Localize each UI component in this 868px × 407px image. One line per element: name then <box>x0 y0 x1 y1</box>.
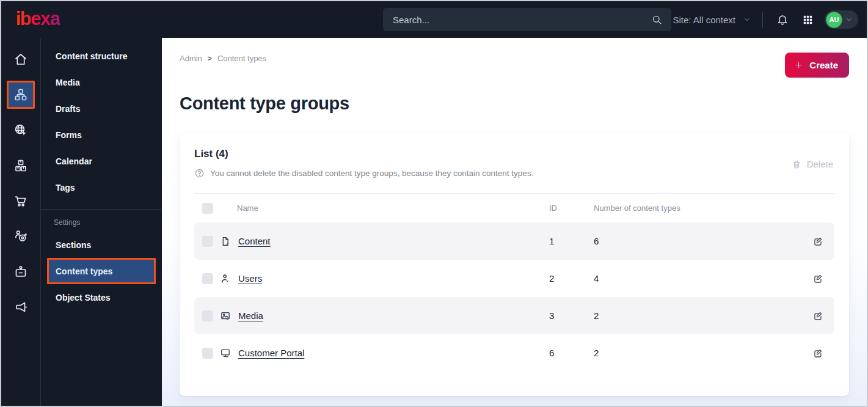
trash-icon <box>792 160 801 169</box>
table-row-media: Media32 <box>194 297 834 334</box>
boxes-icon <box>13 158 28 173</box>
rail-item-content-structure[interactable] <box>7 81 35 109</box>
breadcrumb-current: Content types <box>217 54 266 63</box>
topbar-actions: Site: All context AU <box>655 10 858 29</box>
person-target-icon <box>13 229 28 244</box>
table-row-customer-portal: Customer Portal62 <box>194 334 834 372</box>
breadcrumb: Admin > Content types <box>180 53 266 63</box>
monitor-edit-icon <box>220 348 231 359</box>
globe-cursor-icon <box>13 123 28 138</box>
topbar-divider <box>762 12 763 28</box>
create-button[interactable]: Create <box>785 53 849 78</box>
content-type-groups-table: Name ID Number of content types Content1… <box>194 193 834 372</box>
megaphone-icon <box>13 300 28 315</box>
table-row-content: Content16 <box>194 222 834 260</box>
chevron-down-icon <box>743 15 751 24</box>
breadcrumb-admin[interactable]: Admin <box>180 54 202 63</box>
row-checkbox[interactable] <box>202 348 213 359</box>
cart-icon <box>13 194 28 208</box>
row-checkbox[interactable] <box>202 310 213 321</box>
image-edit-icon <box>220 310 231 321</box>
column-header-id: ID <box>549 204 594 213</box>
edit-button[interactable] <box>811 309 825 323</box>
icon-rail <box>1 38 41 406</box>
breadcrumb-separator: > <box>208 54 212 63</box>
chevron-down-icon <box>845 15 853 24</box>
home-icon <box>13 52 28 67</box>
plus-icon <box>793 60 804 70</box>
group-id: 3 <box>549 310 594 321</box>
edit-icon <box>812 236 823 247</box>
grid-icon <box>802 14 814 26</box>
sidebar-item-content-types[interactable]: Content types <box>47 258 156 284</box>
user-menu[interactable]: AU <box>825 10 858 29</box>
sidebar-item-drafts[interactable]: Drafts <box>47 95 156 122</box>
group-content-type-count: 2 <box>594 348 806 358</box>
edit-button[interactable] <box>811 272 825 285</box>
rail-item-commerce[interactable] <box>7 187 35 215</box>
sidebar-item-tags[interactable]: Tags <box>47 174 156 200</box>
file-edit-icon <box>220 236 231 247</box>
list-title: List (4) <box>194 148 533 160</box>
column-header-name: Name <box>220 204 549 213</box>
rail-item-products[interactable] <box>7 152 35 180</box>
sidebar-item-object-states[interactable]: Object States <box>47 284 156 310</box>
content-type-groups-card: List (4) You cannot delete the disabled … <box>180 133 849 396</box>
group-content-type-count: 6 <box>594 236 806 246</box>
row-checkbox[interactable] <box>202 236 213 247</box>
search-icon[interactable] <box>651 14 663 26</box>
sidebar-item-media[interactable]: Media <box>47 69 156 95</box>
sidebar-menu: Content structureMediaDraftsFormsCalenda… <box>41 38 162 406</box>
rail-item-campaigns[interactable] <box>7 293 35 321</box>
group-name-link[interactable]: Media <box>238 310 263 321</box>
ibexa-logo[interactable]: ibexa <box>16 9 60 31</box>
sidebar-item-calendar[interactable]: Calendar <box>47 148 156 174</box>
group-id: 2 <box>549 273 594 284</box>
site-context-label: Site: All context <box>673 15 735 25</box>
edit-button[interactable] <box>811 235 825 248</box>
group-name-link[interactable]: Content <box>238 236 271 246</box>
edit-icon <box>812 348 823 359</box>
group-name-link[interactable]: Users <box>238 273 262 284</box>
sidebar-item-content-structure[interactable]: Content structure <box>47 43 156 69</box>
search-input[interactable] <box>393 15 651 25</box>
bell-icon <box>776 13 789 26</box>
avatar: AU <box>826 12 842 28</box>
edit-icon <box>812 273 823 284</box>
row-checkbox[interactable] <box>202 273 213 284</box>
group-id: 1 <box>549 236 594 246</box>
question-circle-icon <box>194 168 205 178</box>
delete-button[interactable]: Delete <box>790 156 834 172</box>
edit-button[interactable] <box>811 346 825 360</box>
table-header-row: Name ID Number of content types <box>194 194 834 222</box>
group-name-link[interactable]: Customer Portal <box>238 348 304 358</box>
sidebar-item-forms[interactable]: Forms <box>47 122 156 148</box>
sidebar-item-sections[interactable]: Sections <box>47 232 156 258</box>
rail-item-admin[interactable] <box>7 258 35 286</box>
apps-grid-button[interactable] <box>800 12 816 28</box>
app-window: ibexa Site: All context AU <box>0 0 868 407</box>
notifications-button[interactable] <box>774 11 791 28</box>
rail-item-site[interactable] <box>7 116 35 144</box>
rail-item-dashboard[interactable] <box>7 45 35 73</box>
info-message: You cannot delete the disabled content t… <box>194 168 533 178</box>
group-content-type-count: 4 <box>594 273 806 284</box>
main-content: Admin > Content types Create Content typ… <box>162 38 867 406</box>
badge-icon <box>13 265 28 279</box>
top-bar: ibexa Site: All context AU <box>1 1 867 38</box>
rail-item-personalization[interactable] <box>7 222 35 251</box>
user-edit-icon <box>220 273 231 284</box>
table-row-users: Users24 <box>194 260 834 297</box>
group-content-type-count: 2 <box>594 310 806 321</box>
settings-section-label: Settings <box>41 210 162 232</box>
select-all-checkbox[interactable] <box>202 203 213 214</box>
edit-icon <box>812 310 823 321</box>
column-header-count: Number of content types <box>594 204 806 213</box>
page-title: Content type groups <box>180 94 849 114</box>
sitemap-icon <box>13 87 28 102</box>
group-id: 6 <box>549 348 594 358</box>
global-search[interactable] <box>383 8 671 31</box>
